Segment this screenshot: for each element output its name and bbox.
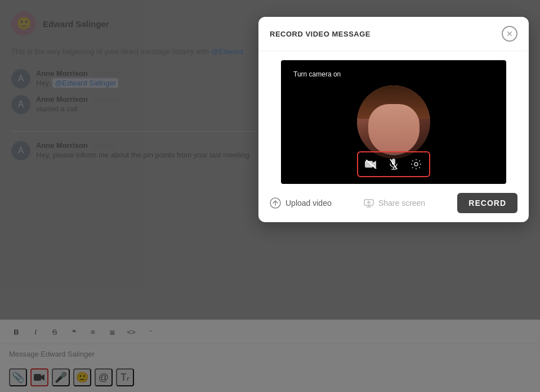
video-controls-bar [357, 151, 430, 177]
record-button[interactable]: RECORD [457, 193, 517, 213]
camera-toggle-button[interactable] [362, 155, 381, 174]
upload-video-button[interactable]: Upload video [270, 197, 332, 209]
modal-bottom-bar: Upload video Share screen RECORD [258, 184, 529, 222]
record-video-modal: RECORD VIDEO MESSAGE ✕ Turn camera on [258, 17, 529, 222]
modal-overlay: RECORD VIDEO MESSAGE ✕ Turn camera on [0, 0, 540, 392]
upload-label: Upload video [285, 199, 332, 208]
mic-toggle-button[interactable] [384, 155, 403, 174]
settings-button[interactable] [407, 155, 426, 174]
video-circle-preview [357, 85, 430, 159]
camera-tooltip: Turn camera on [288, 67, 346, 82]
modal-close-button[interactable]: ✕ [502, 26, 517, 42]
share-screen-button[interactable]: Share screen [364, 198, 425, 208]
share-label: Share screen [378, 199, 425, 208]
svg-point-7 [414, 163, 418, 166]
modal-title: RECORD VIDEO MESSAGE [270, 30, 371, 38]
video-preview-area: Turn camera on [281, 60, 506, 184]
modal-header: RECORD VIDEO MESSAGE ✕ [258, 17, 529, 51]
